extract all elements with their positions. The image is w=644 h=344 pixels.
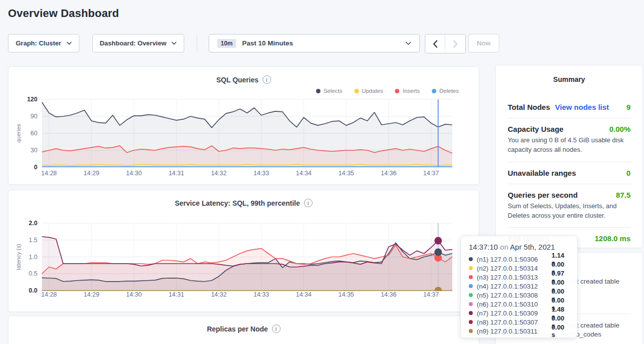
series-color-dot — [469, 284, 473, 288]
series-color-dot — [469, 275, 473, 279]
qps-description: Sum of Selects, Updates, Inserts, and De… — [508, 202, 631, 228]
dashboard-dropdown-label: Dashboard: Overview — [100, 39, 167, 47]
replicas-title: Replicas per Node i — [8, 325, 479, 333]
latency-chart[interactable]: 0.00.51.01.52.014:2814:2914:3014:3114:32… — [8, 190, 480, 313]
summary-row-total-nodes: Total Nodes View nodes list 9 — [508, 96, 631, 118]
y-tick-label: 60 — [30, 130, 37, 137]
tooltip-node-label: (n3) 127.0.0.1:50313 — [477, 274, 552, 281]
hover-point-dot — [434, 249, 442, 256]
time-range-label: Past 10 Minutes — [242, 39, 293, 47]
sql-queries-chart[interactable]: 030609012014:2814:2914:3014:3114:3214:33… — [8, 67, 480, 185]
x-tick-label: 14:31 — [169, 170, 184, 177]
x-tick-label: 14:36 — [381, 170, 396, 177]
series-color-dot — [469, 329, 473, 333]
y-tick-label: 30 — [30, 147, 37, 154]
y-tick-label: 0.0 — [29, 287, 37, 294]
series-color-dot — [469, 293, 473, 297]
summary-panel: Summary Total Nodes View nodes list 9 Ca… — [495, 65, 643, 248]
info-icon[interactable]: i — [272, 325, 281, 333]
x-tick-label: 14:28 — [41, 291, 57, 298]
unavailable-ranges-value: 0 — [627, 169, 631, 177]
unavailable-ranges-label: Unavailable ranges — [508, 169, 576, 177]
tooltip-on-word: on — [500, 243, 509, 251]
page-title: Overview Dashboard — [8, 7, 119, 20]
series-color-dot — [469, 257, 473, 261]
tooltip-time: 14:37:10 — [469, 243, 498, 251]
time-range-badge: 10m — [217, 39, 236, 48]
x-tick-label: 14:30 — [126, 170, 142, 177]
graph-dropdown[interactable]: Graph: Cluster — [8, 34, 79, 52]
summary-row-unavailable: Unavailable ranges 0 — [508, 162, 631, 184]
tooltip-node-label: (n5) 127.0.0.1:50308 — [477, 292, 552, 299]
y-tick-label: 2.0 — [29, 220, 37, 227]
y-tick-label: 1.0 — [29, 254, 37, 261]
series-color-dot — [469, 302, 473, 306]
y-tick-label: 0.5 — [29, 270, 37, 277]
view-nodes-list-link[interactable]: View nodes list — [555, 103, 609, 111]
total-nodes-value: 9 — [627, 103, 631, 111]
y-tick-label: 0 — [34, 164, 37, 171]
dashboard-dropdown[interactable]: Dashboard: Overview — [92, 34, 184, 52]
graph-dropdown-label: Graph: Cluster — [15, 39, 61, 47]
sql-queries-panel: SQL Queries i SelectsUpdatesInsertsDelet… — [8, 66, 479, 185]
x-tick-label: 14:30 — [126, 291, 142, 298]
time-forward-button[interactable] — [445, 34, 465, 53]
tooltip-node-label: (n4) 127.0.0.1:50312 — [477, 283, 552, 290]
now-button[interactable]: Now — [468, 34, 499, 52]
chevron-right-icon — [453, 40, 458, 48]
replicas-panel: Replicas per Node i — [8, 316, 479, 344]
tooltip-node-label: (n2) 127.0.0.1:50314 — [477, 265, 552, 272]
series-color-dot — [469, 320, 473, 324]
chart-hover-tooltip: 14:37:10 on Apr 5th, 2021 (n1) 127.0.0.1… — [460, 236, 578, 338]
tooltip-row-n9: (n9) 127.0.0.1:503110.00 s — [469, 327, 569, 336]
chevron-down-icon — [171, 41, 177, 45]
time-nav-group — [425, 34, 466, 53]
chevron-left-icon — [433, 40, 438, 48]
x-tick-label: 14:29 — [84, 291, 99, 298]
y-axis-label: latency (s) — [15, 244, 21, 270]
x-tick-label: 14:35 — [338, 170, 354, 177]
summary-panel-title: Summary — [496, 65, 643, 83]
tooltip-node-value: 0.00 s — [552, 324, 569, 339]
capacity-label: Capacity Usage — [508, 125, 564, 133]
latency-panel: Service Latency: SQL, 99th percentile i … — [8, 190, 479, 312]
tooltip-node-label: (n8) 127.0.0.1:50307 — [477, 319, 552, 326]
y-tick-label: 120 — [27, 96, 37, 103]
tooltip-node-label: (n1) 127.0.0.1:50306 — [477, 256, 552, 263]
x-tick-label: 14:34 — [296, 291, 312, 298]
time-range-selector[interactable]: 10m Past 10 Minutes — [209, 34, 420, 52]
x-tick-label: 14:37 — [423, 291, 439, 298]
y-tick-label: 1.5 — [29, 237, 37, 244]
tooltip-node-label: (n6) 127.0.0.1:50310 — [477, 301, 552, 308]
overview-dashboard-page: Overview Dashboard Graph: Cluster Dashbo… — [0, 0, 644, 344]
x-tick-label: 14:33 — [254, 291, 269, 298]
tooltip-date: Apr 5th, 2021 — [510, 243, 555, 251]
x-tick-label: 14:32 — [211, 170, 227, 177]
qps-label: Queries per second — [508, 191, 578, 199]
chevron-down-icon — [66, 41, 72, 45]
x-tick-label: 14:32 — [211, 291, 227, 298]
now-button-label: Now — [477, 39, 490, 47]
time-back-button[interactable] — [425, 34, 445, 53]
tooltip-timestamp: 14:37:10 on Apr 5th, 2021 — [469, 243, 569, 251]
x-tick-label: 14:33 — [254, 170, 269, 177]
replicas-title-text: Replicas per Node — [207, 325, 268, 333]
x-tick-label: 14:29 — [84, 170, 99, 177]
p99-latency-value: 1208.0 ms — [595, 234, 631, 243]
capacity-value: 0.00% — [609, 125, 631, 133]
hover-point-dot — [434, 237, 442, 245]
x-tick-label: 14:36 — [381, 291, 396, 298]
x-tick-label: 14:31 — [169, 291, 184, 298]
capacity-description: You are using 0 B of 4.5 GiB usable disk… — [508, 136, 631, 162]
x-tick-label: 14:28 — [41, 170, 57, 177]
chevron-down-icon — [405, 41, 411, 45]
y-tick-label: 90 — [30, 113, 37, 120]
y-axis-label: queries — [15, 124, 21, 143]
tooltip-node-label: (n9) 127.0.0.1:50311 — [477, 328, 552, 335]
qps-value: 87.5 — [616, 191, 631, 199]
total-nodes-label: Total Nodes — [508, 103, 550, 111]
tooltip-rows: (n1) 127.0.0.1:503061.14 s(n2) 127.0.0.1… — [469, 255, 569, 336]
series-area-selects — [42, 102, 452, 167]
tooltip-node-label: (n7) 127.0.0.1:50309 — [477, 310, 552, 317]
series-color-dot — [469, 266, 473, 270]
